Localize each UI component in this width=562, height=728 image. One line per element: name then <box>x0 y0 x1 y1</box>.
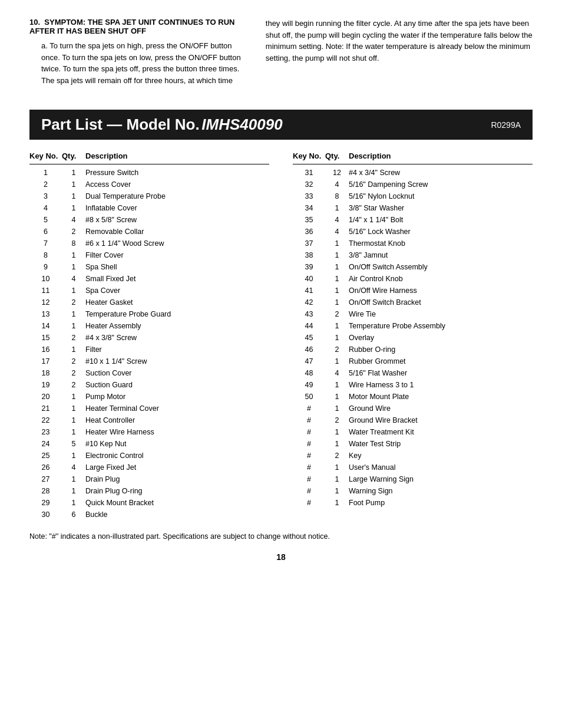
symptom-right-text: they will begin running the filter cycle… <box>266 19 533 62</box>
table-row: 10 4 Small Fixed Jet <box>29 273 269 285</box>
part-qty: 4 <box>325 367 349 379</box>
table-row: 13 1 Temperature Probe Guard <box>29 308 269 320</box>
part-key: 14 <box>29 320 62 332</box>
table-row: # 1 Water Test Strip <box>293 438 533 450</box>
part-key: 23 <box>29 426 62 438</box>
part-desc: Inflatable Cover <box>85 202 269 214</box>
part-desc: On/Off Switch Assembly <box>349 261 533 273</box>
table-row: 39 1 On/Off Switch Assembly <box>293 261 533 273</box>
part-desc: Air Control Knob <box>349 273 533 285</box>
part-desc: 5/16" Lock Washer <box>349 226 533 238</box>
part-qty: 1 <box>62 391 85 403</box>
part-desc: Water Test Strip <box>349 438 533 450</box>
part-qty: 2 <box>62 226 85 238</box>
part-key: 35 <box>293 214 325 226</box>
part-key: 30 <box>29 509 62 521</box>
part-desc: #6 x 1 1/4" Wood Screw <box>85 238 269 249</box>
part-qty: 2 <box>62 379 85 391</box>
parts-right-rows: 31 12 #4 x 3/4" Screw 32 4 5/16" Dampeni… <box>293 167 533 509</box>
table-row: 24 5 #10 Kep Nut <box>29 438 269 450</box>
col-qty-right: Qty. <box>325 151 349 160</box>
part-qty: 1 <box>325 297 349 308</box>
table-row: 19 2 Suction Guard <box>29 379 269 391</box>
table-row: 42 1 On/Off Switch Bracket <box>293 297 533 308</box>
table-row: 49 1 Wire Harness 3 to 1 <box>293 379 533 391</box>
part-list-prefix: Part List — Model No. <box>41 116 200 133</box>
part-desc: Dual Temperature Probe <box>85 190 269 202</box>
table-row: 35 4 1/4" x 1 1/4" Bolt <box>293 214 533 226</box>
table-row: # 2 Key <box>293 450 533 462</box>
part-key: 46 <box>293 344 325 355</box>
part-key: # <box>293 473 325 485</box>
part-key: # <box>293 497 325 509</box>
part-qty: 2 <box>62 367 85 379</box>
part-qty: 1 <box>62 202 85 214</box>
table-row: 38 1 3/8" Jamnut <box>293 249 533 261</box>
table-row: 33 8 5/16" Nylon Locknut <box>293 190 533 202</box>
part-qty: 1 <box>62 308 85 320</box>
part-qty: 1 <box>325 379 349 391</box>
part-key: 11 <box>29 285 62 297</box>
part-key: 15 <box>29 332 62 344</box>
part-desc: User's Manual <box>349 462 533 473</box>
table-row: 9 1 Spa Shell <box>29 261 269 273</box>
table-row: 30 6 Buckle <box>29 509 269 521</box>
table-row: 3 1 Dual Temperature Probe <box>29 190 269 202</box>
part-key: 43 <box>293 308 325 320</box>
page-number: 18 <box>29 552 533 562</box>
part-qty: 1 <box>62 261 85 273</box>
col-headers-left: Key No. Qty. Description <box>29 151 269 164</box>
part-desc: 5/16" Dampening Screw <box>349 179 533 190</box>
symptom-item-a: a. To turn the spa jets on high, press t… <box>29 40 248 86</box>
part-desc: 5/16" Nylon Locknut <box>349 190 533 202</box>
part-desc: #8 x 5/8" Screw <box>85 214 269 226</box>
table-row: 7 8 #6 x 1 1/4" Wood Screw <box>29 238 269 249</box>
table-row: # 1 Foot Pump <box>293 497 533 509</box>
part-key: 13 <box>29 308 62 320</box>
table-row: 34 1 3/8" Star Washer <box>293 202 533 214</box>
part-qty: 1 <box>62 344 85 355</box>
symptom-title: 10. SYMPTOM: THE SPA JET UNIT CONTINUES … <box>29 18 248 35</box>
part-desc: On/Off Switch Bracket <box>349 297 533 308</box>
part-key: 22 <box>29 414 62 426</box>
part-desc: 3/8" Star Washer <box>349 202 533 214</box>
table-row: 44 1 Temperature Probe Assembly <box>293 320 533 332</box>
part-key: 18 <box>29 367 62 379</box>
part-key: # <box>293 438 325 450</box>
part-desc: #4 x 3/4" Screw <box>349 167 533 179</box>
parts-column-left: Key No. Qty. Description 1 1 Pressure Sw… <box>29 151 269 521</box>
table-row: 12 2 Heater Gasket <box>29 297 269 308</box>
table-row: 40 1 Air Control Knob <box>293 273 533 285</box>
table-row: 29 1 Quick Mount Bracket <box>29 497 269 509</box>
table-row: 14 1 Heater Assembly <box>29 320 269 332</box>
intro-left: 10. SYMPTOM: THE SPA JET UNIT CONTINUES … <box>29 18 248 86</box>
part-key: 47 <box>293 355 325 367</box>
col-desc-right: Description <box>349 151 533 160</box>
part-key: 9 <box>29 261 62 273</box>
part-qty: 1 <box>62 320 85 332</box>
table-row: 16 1 Filter <box>29 344 269 355</box>
table-row: 26 4 Large Fixed Jet <box>29 462 269 473</box>
part-key: 34 <box>293 202 325 214</box>
part-key: 6 <box>29 226 62 238</box>
symptom-title-text: SYMPTOM: THE SPA JET UNIT CONTINUES TO R… <box>29 18 234 35</box>
table-row: 32 4 5/16" Dampening Screw <box>293 179 533 190</box>
part-desc: On/Off Wire Harness <box>349 285 533 297</box>
part-qty: 1 <box>325 285 349 297</box>
part-key: 39 <box>293 261 325 273</box>
part-qty: 1 <box>62 426 85 438</box>
part-key: 10 <box>29 273 62 285</box>
table-row: 41 1 On/Off Wire Harness <box>293 285 533 297</box>
part-key: # <box>293 426 325 438</box>
part-desc: Heater Gasket <box>85 297 269 308</box>
table-row: 47 1 Rubber Grommet <box>293 355 533 367</box>
part-key: # <box>293 450 325 462</box>
table-row: 23 1 Heater Wire Harness <box>29 426 269 438</box>
part-qty: 1 <box>62 414 85 426</box>
table-row: 21 1 Heater Terminal Cover <box>29 403 269 414</box>
part-desc: Temperature Probe Assembly <box>349 320 533 332</box>
part-key: # <box>293 403 325 414</box>
part-qty: 1 <box>325 485 349 497</box>
part-qty: 1 <box>325 273 349 285</box>
part-qty: 2 <box>325 450 349 462</box>
